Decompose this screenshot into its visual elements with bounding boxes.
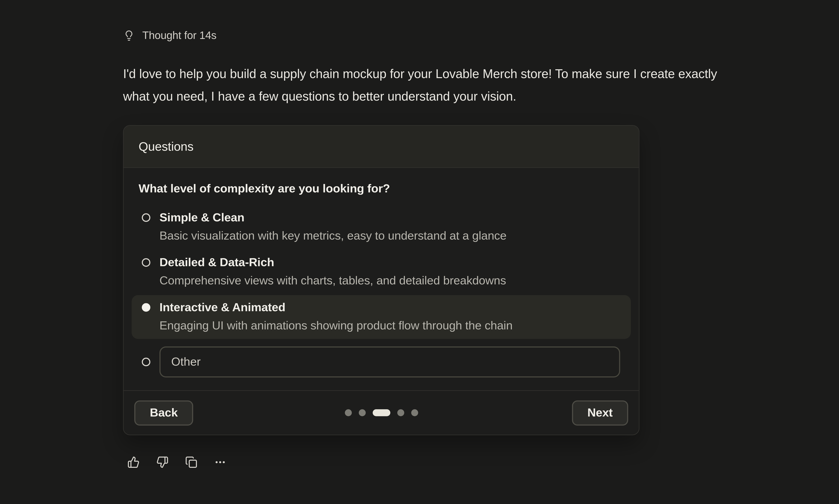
- pagination-dots: [345, 409, 418, 416]
- thought-toggle[interactable]: Thought for 14s: [123, 29, 749, 42]
- radio-icon-selected[interactable]: [142, 303, 151, 312]
- option-description: Comprehensive views with charts, tables,…: [159, 274, 506, 288]
- questions-card-header: Questions: [124, 126, 639, 168]
- card-title: Questions: [139, 139, 193, 154]
- pagination-dot: [345, 409, 352, 416]
- pagination-dot: [359, 409, 366, 416]
- thumbs-down-icon: [156, 456, 168, 468]
- radio-icon[interactable]: [142, 358, 151, 366]
- option-other[interactable]: [132, 343, 631, 378]
- questions-card: Questions What level of complexity are y…: [123, 125, 640, 435]
- option-label: Detailed & Data-Rich: [159, 256, 506, 270]
- option-description: Engaging UI with animations showing prod…: [159, 319, 513, 332]
- option-detailed-data-rich[interactable]: Detailed & Data-Rich Comprehensive views…: [132, 250, 631, 294]
- thumbs-up-button[interactable]: [126, 455, 140, 469]
- thumbs-up-icon: [127, 456, 139, 468]
- option-label: Interactive & Animated: [159, 301, 513, 314]
- more-options-button[interactable]: [213, 455, 227, 469]
- copy-button[interactable]: [184, 455, 198, 469]
- copy-icon: [185, 456, 197, 468]
- message-actions: [126, 455, 749, 469]
- pagination-dot: [397, 409, 404, 416]
- question-text: What level of complexity are you looking…: [139, 182, 624, 196]
- questions-card-footer: Back Next: [124, 390, 639, 435]
- questions-card-body: What level of complexity are you looking…: [124, 168, 639, 390]
- back-button[interactable]: Back: [134, 400, 193, 425]
- other-input[interactable]: [159, 346, 620, 377]
- option-simple-clean[interactable]: Simple & Clean Basic visualization with …: [132, 205, 631, 249]
- assistant-message: I'd love to help you build a supply chai…: [123, 62, 745, 107]
- thought-label: Thought for 14s: [142, 29, 217, 42]
- options-list: Simple & Clean Basic visualization with …: [132, 205, 631, 378]
- option-label: Simple & Clean: [159, 211, 507, 224]
- pagination-dot: [411, 409, 418, 416]
- next-button[interactable]: Next: [572, 400, 628, 425]
- ellipsis-icon: [214, 456, 226, 468]
- chat-message-area: Thought for 14s I'd love to help you bui…: [0, 0, 839, 504]
- lightbulb-icon: [123, 30, 135, 41]
- pagination-dot-active: [372, 409, 390, 416]
- radio-icon[interactable]: [142, 213, 151, 222]
- thumbs-down-button[interactable]: [155, 455, 169, 469]
- option-interactive-animated[interactable]: Interactive & Animated Engaging UI with …: [132, 295, 631, 339]
- radio-icon[interactable]: [142, 258, 151, 267]
- option-description: Basic visualization with key metrics, ea…: [159, 229, 507, 243]
